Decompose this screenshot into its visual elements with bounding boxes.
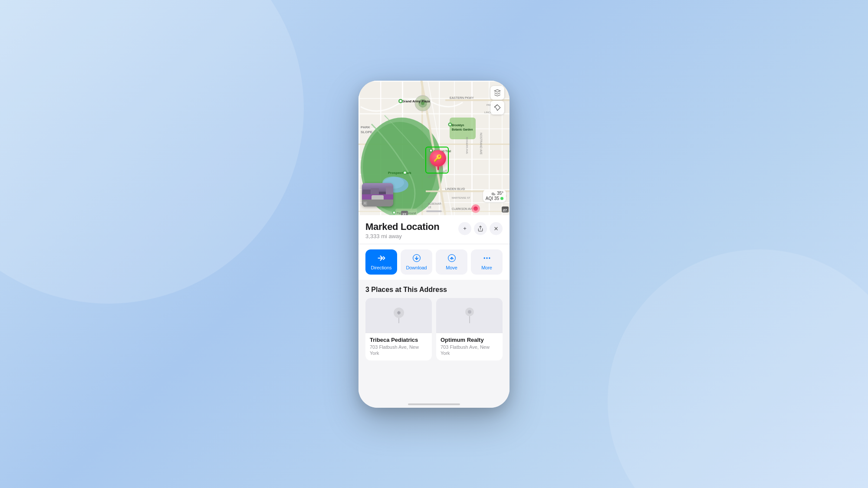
svg-point-79 [489,257,490,259]
share-icon [477,226,483,232]
place-card-body-2: Optimum Realty 703 Flatbush Ave, New Yor… [436,333,503,361]
place-card-optimum[interactable]: Optimum Realty 703 Flatbush Ave, New Yor… [436,298,503,361]
move-label: Move [446,265,457,270]
drag-handle-area[interactable] [358,207,510,215]
place-name-2: Optimum Realty [441,337,498,343]
place-card-body-1: Tribeca Pediatrics 703 Flatbush Ave, New… [365,333,432,361]
download-icon [412,254,421,264]
location-title-row: Marked Location 3,333 mi away + [365,221,503,239]
more-button[interactable]: More [471,249,503,275]
action-buttons-row: Directions Download [358,244,510,280]
close-icon [493,226,499,231]
map-area[interactable]: Prospect Park EASTERN PKWY LINDEN BLVD C… [358,81,510,215]
map-type-button[interactable] [490,86,504,100]
svg-text:Botanic Garden: Botanic Garden [452,128,473,131]
place-card-tribeca[interactable]: Tribeca Pediatrics 703 Flatbush Ave, New… [365,298,432,361]
street-car [372,195,384,200]
download-label: Download [406,265,427,270]
places-heading: 3 Places at This Address [358,286,510,298]
weather-badge: 35° AQI 35 [483,190,506,202]
places-cards: Tribeca Pediatrics 703 Flatbush Ave, New… [358,298,510,361]
places-section: 3 Places at This Address Tri [358,280,510,408]
move-icon [447,254,456,264]
directions-arrow-icon [377,254,386,262]
more-dots-icon [483,254,491,262]
location-header: Marked Location 3,333 mi away + [358,215,510,244]
svg-point-40 [449,123,451,125]
svg-text:SLOPE: SLOPE [361,130,373,134]
share-button[interactable] [474,222,487,235]
pin-circle: 🔑 [430,150,446,167]
download-arrow-icon [412,254,421,262]
move-button[interactable]: Move [436,249,467,275]
location-button[interactable] [490,101,504,115]
svg-point-85 [468,310,471,314]
drag-handle [426,210,442,212]
street-view-thumbnail[interactable]: © [362,183,393,206]
move-arrow-icon [447,254,456,262]
more-icon [483,254,491,264]
aqi-dot [500,197,503,200]
map-controls [490,86,504,115]
svg-text:Grand Army Plaza: Grand Army Plaza [402,99,430,103]
phone-frame: Prospect Park EASTERN PKWY LINDEN BLVD C… [358,81,510,408]
weather-temp: 35° [486,191,503,196]
aqi-row: AQI 35 [486,196,503,201]
place-address-2: 703 Flatbush Ave, New York [441,344,498,357]
svg-text:EASTERN PKWY: EASTERN PKWY [450,96,474,99]
bottom-sheet: Marked Location 3,333 mi away + [358,215,510,408]
svg-text:LINDEN BLVD: LINDEN BLVD [445,187,465,190]
download-button[interactable]: Download [401,249,432,275]
svg-text:ROGERS AVE: ROGERS AVE [466,137,468,154]
svg-text:ALBEMAR: ALBEMAR [428,202,441,205]
map-layers-icon [493,89,501,97]
header-actions: + [458,222,503,235]
svg-point-77 [483,257,485,259]
home-indicator [408,403,460,405]
svg-text:MARTENSE ST: MARTENSE ST [452,197,470,199]
svg-text:Prospect Park: Prospect Park [388,171,411,175]
cloud-icon [491,192,496,196]
svg-rect-11 [358,98,510,99]
directions-label: Directions [371,265,392,270]
svg-rect-1 [358,81,360,215]
location-info: Marked Location 3,333 mi away [365,221,439,239]
close-button[interactable] [490,222,503,235]
place-card-image-2 [436,298,503,333]
svg-text:NOSTRAND AVE: NOSTRAND AVE [480,133,483,155]
place-card-image-1 [365,298,432,333]
svg-rect-10 [358,81,510,82]
doctor-pin-icon [392,307,406,324]
location-pin: 🔑 [430,150,446,170]
place-name-1: Tribeca Pediatrics [370,337,427,343]
add-button[interactable]: + [458,222,471,235]
streetview-copyright: © [363,201,367,206]
more-label: More [481,265,492,270]
svg-text:Brooklyn: Brooklyn [452,124,464,127]
location-pin-icon [464,307,476,324]
directions-button[interactable]: Directions [365,249,397,275]
directions-icon [377,254,386,264]
location-title: Marked Location [365,221,439,233]
svg-text:PARK: PARK [361,125,370,129]
svg-point-35 [400,100,402,102]
location-arrow-icon [494,104,501,111]
pin-key-icon: 🔑 [434,155,442,162]
place-address-1: 703 Flatbush Ave, New York [370,344,427,357]
location-distance: 3,333 mi away [365,233,439,239]
svg-point-26 [404,171,406,174]
svg-point-78 [486,257,487,259]
